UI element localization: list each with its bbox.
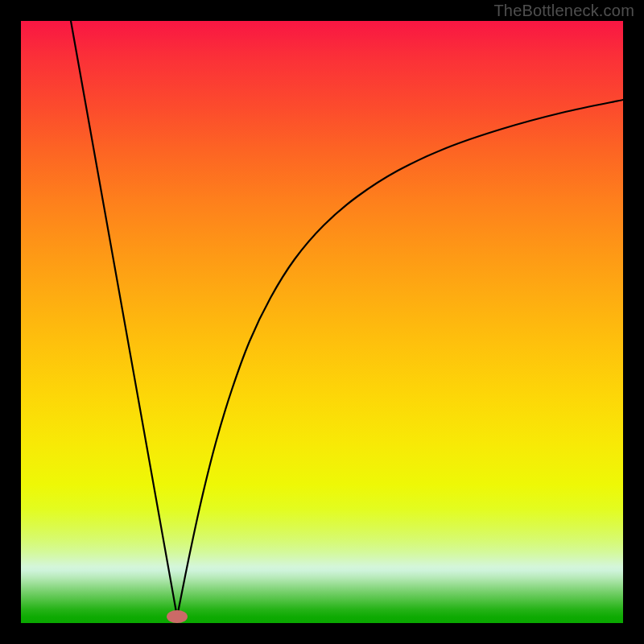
plot-area bbox=[21, 21, 623, 623]
curve-left-branch bbox=[71, 21, 177, 617]
curve-right-branch bbox=[177, 100, 623, 617]
chart-frame: TheBottleneck.com bbox=[0, 0, 644, 644]
curve-layer bbox=[21, 21, 623, 623]
bottleneck-marker bbox=[167, 610, 188, 623]
watermark-label: TheBottleneck.com bbox=[493, 2, 634, 20]
